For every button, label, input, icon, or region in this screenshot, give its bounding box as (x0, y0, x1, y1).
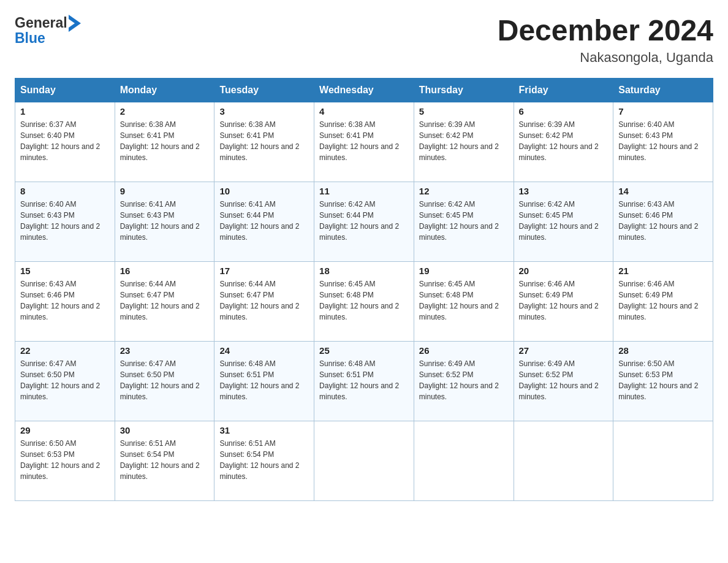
daylight-label: Daylight: 12 hours and 2 minutes. (20, 142, 100, 162)
day-number: 24 (219, 345, 309, 356)
calendar-table: SundayMondayTuesdayWednesdayThursdayFrid… (15, 78, 713, 501)
day-info: Sunrise: 6:44 AM Sunset: 6:47 PM Dayligh… (120, 278, 210, 323)
calendar-cell (514, 421, 613, 500)
sunrise-label: Sunrise: 6:42 AM (319, 200, 375, 209)
day-info: Sunrise: 6:50 AM Sunset: 6:53 PM Dayligh… (20, 438, 110, 482)
sunset-label: Sunset: 6:43 PM (618, 131, 673, 140)
day-info: Sunrise: 6:38 AM Sunset: 6:41 PM Dayligh… (319, 119, 409, 163)
calendar-cell: 3 Sunrise: 6:38 AM Sunset: 6:41 PM Dayli… (214, 102, 314, 182)
daylight-label: Daylight: 12 hours and 2 minutes. (120, 142, 200, 162)
day-number: 31 (219, 425, 309, 435)
day-info: Sunrise: 6:49 AM Sunset: 6:52 PM Dayligh… (419, 358, 509, 402)
sunset-label: Sunset: 6:50 PM (120, 370, 175, 379)
logo-line1: General (15, 15, 81, 32)
day-number: 14 (618, 186, 708, 196)
sunset-label: Sunset: 6:41 PM (120, 131, 175, 140)
sunset-label: Sunset: 6:52 PM (419, 370, 474, 379)
day-info: Sunrise: 6:48 AM Sunset: 6:51 PM Dayligh… (219, 358, 309, 402)
sunrise-label: Sunrise: 6:41 AM (120, 200, 176, 209)
daylight-label: Daylight: 12 hours and 2 minutes. (519, 142, 599, 162)
daylight-label: Daylight: 12 hours and 2 minutes. (519, 222, 599, 242)
sunrise-label: Sunrise: 6:38 AM (120, 120, 176, 129)
sunset-label: Sunset: 6:47 PM (219, 291, 274, 299)
sunrise-label: Sunrise: 6:39 AM (519, 120, 575, 129)
calendar-cell: 5 Sunrise: 6:39 AM Sunset: 6:42 PM Dayli… (414, 102, 514, 182)
sunset-label: Sunset: 6:41 PM (319, 131, 374, 140)
day-number: 20 (519, 266, 609, 276)
sunset-label: Sunset: 6:48 PM (319, 291, 374, 299)
day-number: 17 (219, 266, 309, 276)
calendar-cell: 14 Sunrise: 6:43 AM Sunset: 6:46 PM Dayl… (613, 182, 713, 261)
sunset-label: Sunset: 6:41 PM (219, 131, 274, 140)
sunrise-label: Sunrise: 6:47 AM (20, 359, 76, 368)
sunset-label: Sunset: 6:53 PM (20, 450, 75, 459)
day-number: 13 (519, 186, 609, 196)
sunrise-label: Sunrise: 6:41 AM (219, 200, 275, 209)
daylight-label: Daylight: 12 hours and 2 minutes. (120, 461, 200, 481)
week-row-3: 15 Sunrise: 6:43 AM Sunset: 6:46 PM Dayl… (15, 261, 713, 341)
header-friday: Friday (514, 78, 613, 102)
day-number: 18 (319, 266, 409, 276)
day-number: 5 (419, 106, 509, 117)
day-number: 28 (618, 345, 708, 356)
sunrise-label: Sunrise: 6:49 AM (519, 359, 575, 368)
daylight-label: Daylight: 12 hours and 2 minutes. (618, 302, 698, 321)
day-info: Sunrise: 6:39 AM Sunset: 6:42 PM Dayligh… (519, 119, 609, 163)
calendar-cell: 16 Sunrise: 6:44 AM Sunset: 6:47 PM Dayl… (115, 261, 214, 341)
day-info: Sunrise: 6:45 AM Sunset: 6:48 PM Dayligh… (419, 278, 509, 323)
sunrise-label: Sunrise: 6:46 AM (618, 280, 674, 288)
day-info: Sunrise: 6:46 AM Sunset: 6:49 PM Dayligh… (519, 278, 609, 323)
day-info: Sunrise: 6:39 AM Sunset: 6:42 PM Dayligh… (419, 119, 509, 163)
calendar-cell: 2 Sunrise: 6:38 AM Sunset: 6:41 PM Dayli… (115, 102, 214, 182)
daylight-label: Daylight: 12 hours and 2 minutes. (419, 381, 499, 401)
calendar-cell: 18 Sunrise: 6:45 AM Sunset: 6:48 PM Dayl… (314, 261, 414, 341)
sunset-label: Sunset: 6:42 PM (419, 131, 474, 140)
sunrise-label: Sunrise: 6:46 AM (519, 280, 575, 288)
calendar-cell: 8 Sunrise: 6:40 AM Sunset: 6:43 PM Dayli… (15, 182, 115, 261)
calendar-cell: 12 Sunrise: 6:42 AM Sunset: 6:45 PM Dayl… (414, 182, 514, 261)
calendar-cell (414, 421, 514, 500)
sunrise-label: Sunrise: 6:44 AM (219, 280, 275, 288)
sunrise-label: Sunrise: 6:39 AM (419, 120, 475, 129)
day-number: 3 (219, 106, 309, 117)
calendar-cell: 4 Sunrise: 6:38 AM Sunset: 6:41 PM Dayli… (314, 102, 414, 182)
header-tuesday: Tuesday (214, 78, 314, 102)
calendar-cell: 22 Sunrise: 6:47 AM Sunset: 6:50 PM Dayl… (15, 341, 115, 421)
sunrise-label: Sunrise: 6:37 AM (20, 120, 76, 129)
sunrise-label: Sunrise: 6:38 AM (219, 120, 275, 129)
header-monday: Monday (115, 78, 214, 102)
daylight-label: Daylight: 12 hours and 2 minutes. (519, 302, 599, 321)
day-number: 29 (20, 425, 110, 435)
day-number: 19 (419, 266, 509, 276)
day-number: 9 (120, 186, 210, 196)
sunset-label: Sunset: 6:51 PM (319, 370, 374, 379)
header-sunday: Sunday (15, 78, 115, 102)
logo-block: General Blue (15, 15, 81, 46)
day-number: 7 (618, 106, 708, 117)
month-year-title: December 2024 (498, 15, 713, 47)
sunrise-label: Sunrise: 6:47 AM (120, 359, 176, 368)
sunset-label: Sunset: 6:40 PM (20, 131, 75, 140)
day-info: Sunrise: 6:43 AM Sunset: 6:46 PM Dayligh… (618, 199, 708, 243)
calendar-cell: 9 Sunrise: 6:41 AM Sunset: 6:43 PM Dayli… (115, 182, 214, 261)
calendar-cell: 6 Sunrise: 6:39 AM Sunset: 6:42 PM Dayli… (514, 102, 613, 182)
sunrise-label: Sunrise: 6:38 AM (319, 120, 375, 129)
calendar-cell: 15 Sunrise: 6:43 AM Sunset: 6:46 PM Dayl… (15, 261, 115, 341)
sunset-label: Sunset: 6:43 PM (20, 211, 75, 220)
daylight-label: Daylight: 12 hours and 2 minutes. (219, 302, 299, 321)
day-number: 8 (20, 186, 110, 196)
calendar-cell: 25 Sunrise: 6:48 AM Sunset: 6:51 PM Dayl… (314, 341, 414, 421)
calendar-cell: 1 Sunrise: 6:37 AM Sunset: 6:40 PM Dayli… (15, 102, 115, 182)
day-number: 26 (419, 345, 509, 356)
day-number: 25 (319, 345, 409, 356)
daylight-label: Daylight: 12 hours and 2 minutes. (219, 142, 299, 162)
daylight-label: Daylight: 12 hours and 2 minutes. (219, 222, 299, 242)
day-number: 23 (120, 345, 210, 356)
sunset-label: Sunset: 6:43 PM (120, 211, 175, 220)
sunset-label: Sunset: 6:54 PM (120, 450, 175, 459)
calendar-cell: 11 Sunrise: 6:42 AM Sunset: 6:44 PM Dayl… (314, 182, 414, 261)
calendar-cell: 28 Sunrise: 6:50 AM Sunset: 6:53 PM Dayl… (613, 341, 713, 421)
day-info: Sunrise: 6:40 AM Sunset: 6:43 PM Dayligh… (20, 199, 110, 243)
daylight-label: Daylight: 12 hours and 2 minutes. (20, 461, 100, 481)
title-block: December 2024 Nakasongola, Uganda (498, 15, 713, 66)
